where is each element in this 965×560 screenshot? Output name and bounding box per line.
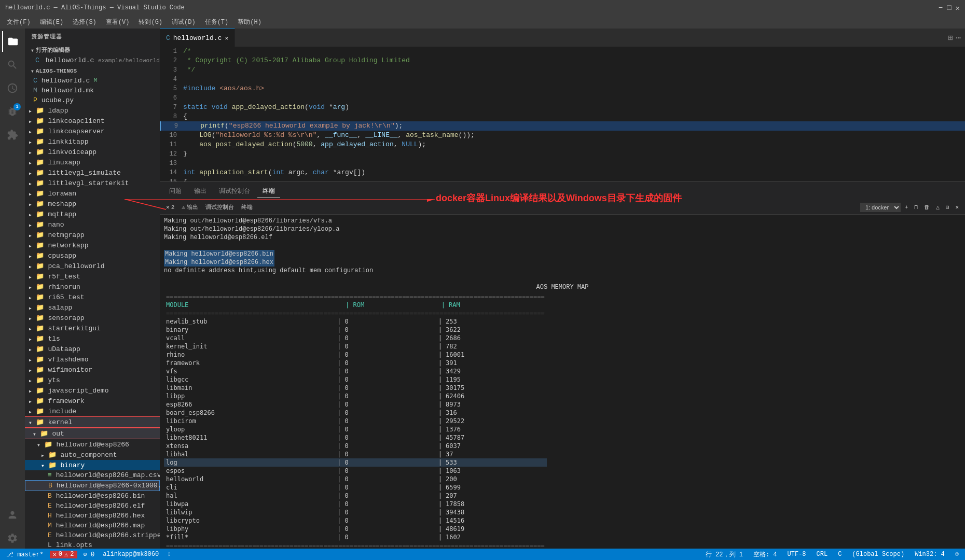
folder-wifimonitor[interactable]: 📁 wifimonitor bbox=[25, 365, 160, 375]
linting-count[interactable]: ⊘ 0 bbox=[81, 551, 97, 558]
folder-salapp[interactable]: 📁 salapp bbox=[25, 302, 160, 313]
search-icon[interactable] bbox=[2, 54, 23, 75]
accounts-icon[interactable] bbox=[2, 505, 23, 525]
folder-linkcoapserver[interactable]: 📁 linkcoapserver bbox=[25, 126, 160, 136]
file-stripped-elf[interactable]: E helloworld@esp8266.stripped.elf bbox=[25, 530, 160, 540]
split-editor-icon[interactable]: ⊞ bbox=[948, 33, 953, 43]
folder-littlevgl-starterkit[interactable]: 📁 littlevgl_starterkit bbox=[25, 178, 160, 188]
file-elf[interactable]: E helloworld@esp8266.elf bbox=[25, 501, 160, 511]
error-warning-count[interactable]: ✕ 0 ⚠ 2 bbox=[50, 551, 77, 558]
folder-r5f-test[interactable]: 📁 r5f_test bbox=[25, 271, 160, 282]
user-info[interactable]: alinkapp@mk3060 bbox=[101, 551, 161, 558]
terminal-maximize-button[interactable]: △ bbox=[934, 203, 942, 212]
folder-linkkitapp[interactable]: 📁 linkkitapp bbox=[25, 136, 160, 147]
file-map[interactable]: M helloworld@esp8266.map bbox=[25, 521, 160, 530]
close-button[interactable]: ✕ bbox=[956, 4, 960, 12]
folder-javascript-demo[interactable]: 📁 javascript_demo bbox=[25, 385, 160, 396]
maximize-button[interactable]: □ bbox=[947, 4, 951, 12]
settings-icon[interactable] bbox=[2, 528, 23, 549]
error-count[interactable]: ✕ 2 bbox=[164, 203, 176, 212]
folder-framework[interactable]: 📁 framework bbox=[25, 396, 160, 406]
sync-icon[interactable]: ↕ bbox=[165, 551, 173, 558]
terminal-panel-button[interactable]: ⊟ bbox=[944, 203, 952, 212]
folder-cpusapp[interactable]: 📁 cpusapp bbox=[25, 250, 160, 261]
folder-auto-component[interactable]: 📁 auto_component bbox=[25, 450, 160, 460]
language-mode[interactable]: C bbox=[836, 551, 844, 558]
tab-debug-console[interactable]: 调试控制台 bbox=[214, 185, 255, 198]
file-hex[interactable]: H helloworld@esp8266.hex bbox=[25, 511, 160, 521]
file-map-csv[interactable]: ≡ helloworld@esp8266_map.csv bbox=[25, 470, 160, 480]
terminal-filter[interactable]: 调试控制台 bbox=[203, 202, 236, 212]
extensions-icon[interactable] bbox=[2, 124, 23, 145]
folder-linkvoiceapp[interactable]: 📁 linkvoiceapp bbox=[25, 147, 160, 157]
folder-ldapp[interactable]: 📁 ldapp bbox=[25, 105, 160, 116]
folder-nano[interactable]: 📁 nano bbox=[25, 219, 160, 230]
file-encoding[interactable]: UTF-8 bbox=[785, 551, 808, 558]
debug-icon[interactable]: 1 bbox=[2, 101, 23, 122]
folder-pca-helloworld[interactable]: 📁 pca_helloworld bbox=[25, 261, 160, 271]
file-bin-0x1000[interactable]: B helloworld@esp8266-0x1000.bin bbox=[25, 480, 160, 491]
split-terminal-button[interactable]: ⊓ bbox=[913, 203, 920, 212]
menu-tasks[interactable]: 任务(T) bbox=[201, 17, 233, 27]
folder-lorawan[interactable]: 📁 lorawan bbox=[25, 188, 160, 199]
folder-udataapp[interactable]: 📁 uDataapp bbox=[25, 344, 160, 354]
alios-header[interactable]: ALIOS-THINGS bbox=[25, 66, 160, 76]
folder-linkcoapclient[interactable]: 📁 linkcoapclient bbox=[25, 116, 160, 126]
terminal-active[interactable]: 终端 bbox=[239, 202, 255, 212]
folder-mqttapp[interactable]: 📁 mqttapp bbox=[25, 209, 160, 219]
code-editor[interactable]: 1 /* 2 * Copyright (C) 2015-2017 Alibaba… bbox=[160, 47, 965, 181]
folder-linuxapp[interactable]: 📁 linuxapp bbox=[25, 157, 160, 167]
menu-debug[interactable]: 调试(D) bbox=[168, 17, 200, 27]
menu-go[interactable]: 转到(G) bbox=[134, 17, 167, 27]
folder-sensorapp[interactable]: 📁 sensorapp bbox=[25, 313, 160, 323]
platform-info[interactable]: Win32: 4 bbox=[913, 551, 947, 558]
explorer-icon[interactable] bbox=[2, 31, 23, 52]
line-ending[interactable]: CRL bbox=[815, 551, 830, 558]
menu-file[interactable]: 文件(F) bbox=[3, 17, 35, 27]
file-link-opts[interactable]: L link.opts bbox=[25, 540, 160, 549]
folder-yts[interactable]: 📁 yts bbox=[25, 375, 160, 385]
sidebar-content[interactable]: 打开的编辑器 C helloworld.c example/helloworld… bbox=[25, 45, 160, 549]
scope-info[interactable]: (Global Scope) bbox=[850, 551, 906, 558]
folder-include[interactable]: 📁 include bbox=[25, 406, 160, 416]
delete-terminal-button[interactable]: 🗑 bbox=[922, 203, 932, 212]
folder-vflashdemo[interactable]: 📁 vflashdemo bbox=[25, 354, 160, 365]
file-helloworld-c[interactable]: C helloworld.c M bbox=[25, 76, 160, 86]
folder-littlevgl-simulate[interactable]: 📁 littlevgl_simulate bbox=[25, 167, 160, 178]
minimize-button[interactable]: − bbox=[939, 4, 943, 12]
menu-view[interactable]: 查看(V) bbox=[102, 17, 134, 27]
folder-networkapp[interactable]: 📁 networkapp bbox=[25, 240, 160, 250]
tab-problems[interactable]: 问题 bbox=[164, 185, 187, 198]
menu-select[interactable]: 选择(S) bbox=[68, 17, 101, 27]
terminal-content[interactable]: Making out/helloworld@esp8266/libraries/… bbox=[160, 215, 965, 549]
file-bin[interactable]: B helloworld@esp8266.bin bbox=[25, 491, 160, 501]
folder-kernel[interactable]: 📁 kernel bbox=[25, 416, 160, 428]
shell-selector[interactable]: 1: docker bbox=[860, 203, 901, 212]
folder-meshapp[interactable]: 📁 meshapp bbox=[25, 199, 160, 209]
git-branch[interactable]: ⎇ master* bbox=[4, 551, 46, 558]
tab-terminal[interactable]: 终端 bbox=[257, 185, 280, 198]
indentation[interactable]: 空格: 4 bbox=[751, 550, 779, 559]
warning-count[interactable]: ⚠ 输出 bbox=[180, 202, 200, 212]
cursor-position[interactable]: 行 22，列 1 bbox=[704, 550, 745, 559]
git-icon[interactable] bbox=[2, 78, 23, 99]
folder-helloworld-esp8266[interactable]: 📁 helloworld@esp8266 bbox=[25, 439, 160, 450]
file-ucube-py[interactable]: P ucube.py bbox=[25, 95, 160, 105]
file-helloworld-mk[interactable]: M helloworld.mk bbox=[25, 86, 160, 95]
open-editors-header[interactable]: 打开的编辑器 bbox=[25, 45, 160, 55]
folder-binary[interactable]: 📁 binary bbox=[25, 460, 160, 470]
folder-ri65-test[interactable]: 📁 ri65_test bbox=[25, 292, 160, 302]
folder-tls[interactable]: 📁 tls bbox=[25, 333, 160, 344]
tab-helloworld-c[interactable]: C helloworld.c ✕ bbox=[160, 29, 235, 47]
folder-netmgrapp[interactable]: 📁 netmgrapp bbox=[25, 230, 160, 240]
folder-out[interactable]: 📁 out bbox=[25, 428, 160, 439]
menu-edit[interactable]: 编辑(E) bbox=[36, 17, 68, 27]
folder-rhinorun[interactable]: 📁 rhinorun bbox=[25, 282, 160, 292]
add-terminal-button[interactable]: + bbox=[903, 203, 911, 212]
more-actions-icon[interactable]: ⋯ bbox=[956, 33, 961, 43]
smiley-icon[interactable]: ☺ bbox=[953, 551, 961, 558]
menu-help[interactable]: 帮助(H) bbox=[233, 17, 266, 27]
window-controls[interactable]: − □ ✕ bbox=[939, 4, 960, 12]
open-file-helloworld[interactable]: C helloworld.c example/helloworld M bbox=[25, 55, 160, 65]
tab-output[interactable]: 输出 bbox=[189, 185, 212, 198]
